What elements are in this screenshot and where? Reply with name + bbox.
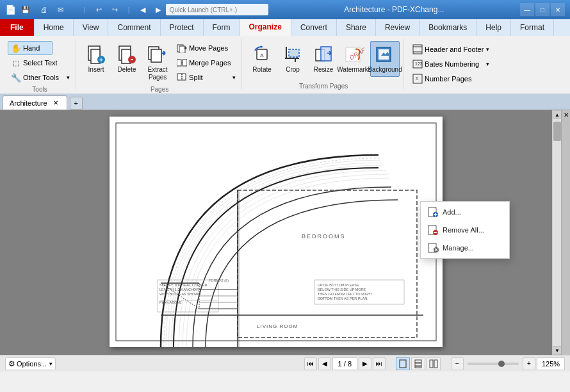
redo-btn[interactable]: ↪ [112,6,118,14]
svg-text:SUPPLY TOP SEAL CORNER: SUPPLY TOP SEAL CORNER [159,283,208,287]
next-page-btn[interactable]: ▶ [359,357,371,370]
bates-label: Bates Numbering [425,60,479,68]
window-controls[interactable]: — □ ✕ [520,3,565,16]
bates-btn[interactable]: 123 Bates Numbering ▾ [409,57,493,71]
svg-text:LENGTH 1.2M ANCHOR: LENGTH 1.2M ANCHOR [159,288,199,291]
zoom-thumb[interactable] [498,361,505,367]
insert-icon: + [86,44,106,65]
forward-btn[interactable]: ▶ [156,6,161,14]
minimize-btn[interactable]: — [520,3,534,16]
tab-bar: Architecture ✕ + [0,94,570,110]
tab-form[interactable]: Form [204,19,240,36]
number-pages-btn[interactable]: # Number Pages [409,72,493,86]
back-btn[interactable]: ◀ [140,6,145,14]
view-mode-btns [396,357,441,370]
rotate-btn[interactable]: A Rotate [247,41,277,77]
extract-icon [147,44,168,65]
other-tools-main[interactable]: 🔧 Other Tools [8,70,62,85]
scroll-down-btn[interactable]: ▼ [553,346,562,355]
split-main[interactable]: Split [174,70,230,85]
resize-icon [313,44,334,65]
tab-view[interactable]: View [74,19,109,36]
transform-group: A Rotate Crop Resize DRAFT [243,38,404,90]
save-btn[interactable]: 💾 [21,6,30,14]
svg-text:BOTTOM THEN AS PER PLAN.: BOTTOM THEN AS PER PLAN. [318,297,368,300]
zoom-out-btn[interactable]: − [451,357,464,370]
rotate-icon: A [252,44,272,65]
options-icon: ⚙ [8,359,15,368]
watermarks-btn[interactable]: DRAFT Watermarks [339,41,369,77]
mail-btn[interactable]: ✉ [58,6,63,14]
background-label: Background [368,66,402,74]
right-scrollbar[interactable]: ▲ ▼ [552,110,561,355]
hand-tool-btn[interactable]: ✋ Hand [8,41,53,55]
svg-rect-11 [179,46,185,53]
select-text-btn[interactable]: ⬚ Select Text [8,56,61,70]
page-info: 1 / 8 [332,357,357,370]
close-btn[interactable]: ✕ [551,3,565,16]
tab-bookmarks[interactable]: Bookmarks [419,19,476,36]
extract-btn[interactable]: Extract Pages [143,41,172,85]
tab-convert[interactable]: Convert [291,19,337,36]
scroll-up-btn[interactable]: ▲ [553,110,562,119]
first-page-btn[interactable]: ⏮ [304,357,317,370]
bates-arrow[interactable]: ▾ [486,61,489,67]
background-remove-item[interactable]: Remove All... [421,221,509,239]
scroll-track[interactable] [553,119,561,346]
transform-label: Transform Pages [299,81,348,90]
doc-tab-architecture[interactable]: Architecture ✕ [3,95,67,110]
merge-pages-btn[interactable]: Merge Pages [174,56,238,70]
tab-help[interactable]: Help [476,19,511,36]
last-page-btn[interactable]: ⏭ [373,357,386,370]
header-footer-arrow[interactable]: ▾ [486,46,489,53]
facing-btn[interactable] [427,357,441,370]
search-input[interactable] [170,6,265,13]
crop-btn[interactable]: Crop [278,41,307,77]
zoom-in-btn[interactable]: + [523,357,535,370]
tab-home[interactable]: Home [35,19,74,36]
tab-format[interactable]: Format [511,19,554,36]
background-add-item[interactable]: Add... [421,203,509,221]
tab-review[interactable]: Review [376,19,419,36]
pages-items: + Insert - Delete Extract Pages [81,38,238,85]
background-manage-item[interactable]: Manage... [421,239,509,257]
tab-organize[interactable]: Organize [240,19,291,36]
tools-label: Tools [32,85,47,93]
single-page-btn[interactable] [396,357,410,370]
window-title: Architecture - PDF-XChang... [268,5,520,14]
undo-btn[interactable]: ↩ [96,6,102,14]
print-btn[interactable]: 🖨 [40,6,47,13]
crop-icon [282,44,303,65]
split-arrow[interactable]: ▾ [230,70,238,85]
options-btn[interactable]: ⚙ Options... ▾ [5,357,56,370]
cursor-icon: ⬚ [11,58,21,68]
scroll-thumb[interactable] [553,122,561,141]
ribbon-tabs: File Home View Comment Protect Form Orga… [0,19,570,36]
maximize-btn[interactable]: □ [535,3,550,16]
background-btn[interactable]: Background [370,41,400,77]
tab-share[interactable]: Share [337,19,376,36]
delete-btn[interactable]: - Delete [112,41,142,77]
zoom-controls: − + 125% [451,357,565,370]
tab-comment[interactable]: Comment [108,19,160,36]
panel-close-btn[interactable]: ✕ [561,110,570,355]
insert-btn[interactable]: + Insert [81,41,111,77]
header-footer-btn[interactable]: Header and Footer ▾ [409,42,493,56]
other-tools-arrow[interactable]: ▾ [64,70,72,85]
continuous-btn[interactable] [411,357,425,370]
page-nav: ⏮ ◀ 1 / 8 ▶ ⏭ [304,357,386,370]
split-label: Split [189,74,202,81]
tab-file[interactable]: File [0,19,35,36]
move-pages-label: Move Pages [189,44,228,52]
other-tools-btn[interactable]: 🔧 Other Tools ▾ [8,70,72,85]
svg-rect-35 [110,117,443,347]
svg-rect-13 [183,60,187,66]
split-btn[interactable]: Split ▾ [174,70,238,85]
tab-protect[interactable]: Protect [161,19,204,36]
doc-tab-close[interactable]: ✕ [51,99,60,108]
zoom-slider[interactable] [468,363,519,365]
tab-add-btn[interactable]: + [70,97,83,110]
move-pages-btn[interactable]: Move Pages [174,41,238,55]
resize-btn[interactable]: Resize [309,41,338,77]
prev-page-btn[interactable]: ◀ [318,357,331,370]
